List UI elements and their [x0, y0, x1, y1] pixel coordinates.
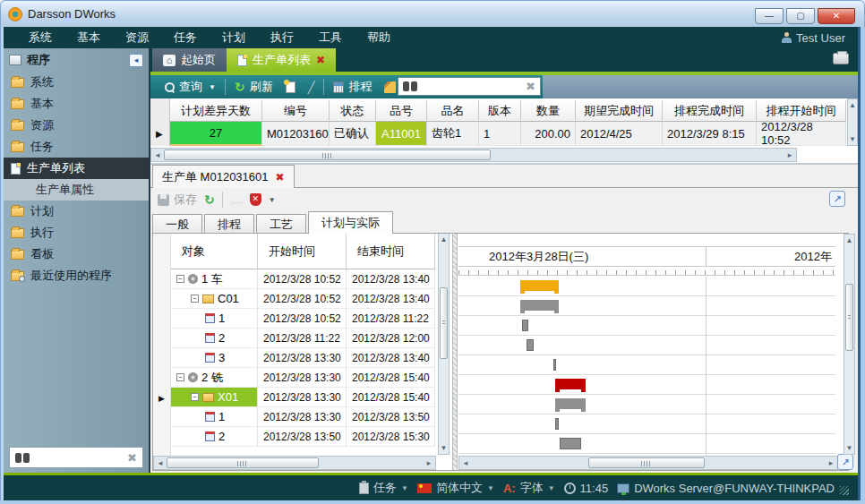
scroll-right-icon[interactable]: ▸: [825, 458, 837, 467]
tree-cell-object[interactable]: −C01: [171, 289, 258, 309]
sidebar-item-basic[interactable]: 基本: [4, 93, 149, 115]
tree-cell-object[interactable]: −2 铣: [171, 368, 258, 388]
query-button[interactable]: 查询 ▼: [158, 79, 222, 95]
printer-icon[interactable]: [833, 53, 849, 64]
subtab-plan-vs-actual[interactable]: 计划与实际: [308, 211, 393, 234]
col-code[interactable]: 编号: [262, 100, 330, 122]
gantt-vertical-scrollbar[interactable]: ▲ ▼: [844, 234, 855, 455]
grid-horizontal-scrollbar[interactable]: ◂ ▸: [150, 148, 797, 162]
schedule-button[interactable]: 排程: [327, 79, 378, 95]
maximize-button[interactable]: ▢: [786, 8, 815, 24]
scroll-right-icon[interactable]: ▸: [784, 150, 796, 159]
menu-basic[interactable]: 基本: [64, 27, 113, 48]
detail-tab-close-icon[interactable]: ✖: [276, 171, 285, 184]
sidebar-item-execute[interactable]: 执行: [4, 222, 149, 243]
tree-vertical-scrollbar[interactable]: ▲ ▼: [438, 234, 450, 455]
gantt-bar[interactable]: [520, 300, 559, 311]
shield-icon[interactable]: ✕: [250, 193, 261, 206]
subtab-process[interactable]: 工艺: [256, 214, 306, 234]
tree-cell-object[interactable]: −1 车: [171, 269, 258, 289]
tree-row[interactable]: 12012/3/28 13:302012/3/28 13:50: [171, 407, 435, 427]
gantt-bar[interactable]: [553, 359, 556, 371]
scroll-down-icon[interactable]: ▼: [439, 444, 449, 452]
tree-cell-object[interactable]: −X01: [171, 388, 258, 407]
tree-row[interactable]: −X012012/3/28 13:302012/3/28 15:40: [171, 388, 435, 407]
scrollbar-thumb[interactable]: [167, 457, 319, 468]
scrollbar-thumb[interactable]: [845, 284, 853, 351]
scroll-down-icon[interactable]: ▼: [848, 135, 857, 143]
scroll-up-icon[interactable]: ▲: [848, 101, 857, 109]
scroll-right-icon[interactable]: ▸: [423, 458, 435, 467]
sidebar-item-recent-programs[interactable]: 最近使用的程序: [4, 265, 149, 286]
sidebar-item-production-order-list[interactable]: 生产单列表: [4, 158, 149, 179]
tree-horizontal-scrollbar[interactable]: ◂ ▸: [153, 456, 436, 470]
scrollbar-thumb[interactable]: [588, 457, 705, 468]
col-expected-end[interactable]: 期望完成时间: [576, 100, 663, 122]
scrollbar-thumb[interactable]: [440, 287, 448, 359]
scroll-up-icon[interactable]: ▲: [439, 235, 449, 243]
gantt-popout-icon[interactable]: ↗: [837, 454, 853, 470]
scroll-up-icon[interactable]: ▲: [844, 236, 854, 244]
sidebar-search-input[interactable]: [35, 451, 122, 464]
menu-plan[interactable]: 计划: [210, 27, 258, 48]
col-version[interactable]: 版本: [479, 100, 521, 122]
tree-row[interactable]: 22012/3/28 13:502012/3/28 15:30: [171, 427, 435, 447]
popout-icon[interactable]: ↗: [829, 191, 845, 207]
new-button[interactable]: [279, 81, 302, 93]
sidebar-item-plan[interactable]: 计划: [4, 201, 149, 222]
tree-col-object[interactable]: 对象: [171, 234, 258, 269]
scroll-left-icon[interactable]: ◂: [459, 458, 472, 467]
pane-splitter[interactable]: [452, 234, 458, 470]
menu-help[interactable]: 帮助: [355, 27, 403, 48]
scroll-down-icon[interactable]: ▼: [844, 444, 854, 452]
tree-cell-object[interactable]: 3: [171, 348, 258, 368]
tree-row[interactable]: −1 车2012/3/28 10:522012/3/28 13:40: [171, 269, 435, 289]
collapse-expander-icon[interactable]: −: [191, 393, 199, 401]
gantt-horizontal-scrollbar[interactable]: ◂ ▸: [458, 456, 838, 470]
col-sched-end[interactable]: 排程完成时间: [663, 100, 757, 122]
col-status[interactable]: 状态: [330, 100, 376, 122]
minimize-button[interactable]: —: [755, 8, 784, 24]
gantt-bar[interactable]: [527, 339, 534, 351]
tree-col-end[interactable]: 结束时间: [347, 234, 435, 269]
tree-row[interactable]: 12012/3/28 10:522012/3/28 11:22: [171, 309, 435, 329]
menu-tools[interactable]: 工具: [306, 27, 355, 48]
tab-close-icon[interactable]: ✖: [316, 54, 325, 66]
gantt-bar[interactable]: [555, 379, 586, 389]
menu-system[interactable]: 系统: [16, 27, 64, 48]
collapse-expander-icon[interactable]: −: [176, 373, 184, 381]
menu-resource[interactable]: 资源: [113, 27, 161, 48]
refresh-icon[interactable]: ↻: [204, 192, 215, 207]
sidebar-item-resource[interactable]: 资源: [4, 115, 149, 136]
scrollbar-thumb[interactable]: [164, 149, 491, 160]
col-item-no[interactable]: 品号: [376, 100, 427, 122]
tab-production-order-list[interactable]: 生产单列表 ✖: [227, 48, 336, 72]
resize-grip[interactable]: [840, 486, 849, 495]
col-qty[interactable]: 数量: [521, 100, 576, 122]
detail-tab-production-order[interactable]: 生产单 M012031601 ✖: [152, 165, 295, 188]
tree-col-start[interactable]: 开始时间: [258, 234, 347, 269]
gantt-bar[interactable]: [555, 418, 559, 430]
sidebar-item-task[interactable]: 任务: [4, 136, 149, 158]
close-button[interactable]: ✕: [818, 8, 855, 24]
menu-task[interactable]: 任务: [161, 27, 210, 48]
sidebar-item-production-order-properties[interactable]: 生产单属性: [4, 179, 149, 201]
tree-cell-object[interactable]: 1: [171, 309, 258, 329]
col-item-name[interactable]: 品名: [427, 100, 479, 122]
sidebar-item-kanban[interactable]: 看板: [4, 243, 149, 265]
grid-data-row[interactable]: 27 M012031601 已确认 A11001 齿轮1 1 200.00 20…: [170, 122, 846, 146]
gantt-bar[interactable]: [520, 280, 559, 291]
sidebar-collapse-button[interactable]: ◂: [129, 54, 143, 67]
tree-row[interactable]: 32012/3/28 13:302012/3/28 13:40: [171, 348, 435, 368]
col-plan-diff-days[interactable]: 计划差异天数: [170, 100, 262, 122]
gantt-bar[interactable]: [560, 438, 581, 449]
grid-vertical-scrollbar[interactable]: ▲ ▼: [847, 98, 858, 146]
tree-row[interactable]: −C012012/3/28 10:522012/3/28 13:40: [171, 289, 435, 309]
tree-row[interactable]: 22012/3/28 11:222012/3/28 12:00: [171, 329, 435, 348]
scroll-left-icon[interactable]: ◂: [154, 458, 167, 467]
clear-search-icon[interactable]: ✖: [526, 80, 535, 93]
tree-row[interactable]: −2 铣2012/3/28 13:302012/3/28 15:40: [171, 368, 435, 388]
dropdown-caret-icon[interactable]: ▼: [269, 196, 276, 204]
tab-start-page[interactable]: ⌂ 起始页: [152, 48, 227, 72]
collapse-expander-icon[interactable]: −: [176, 275, 184, 283]
